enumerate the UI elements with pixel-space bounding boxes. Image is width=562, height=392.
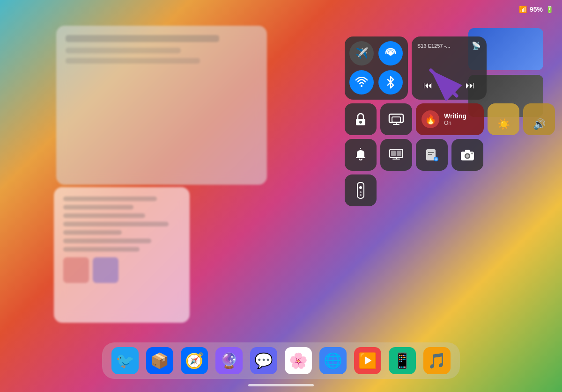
apple-tv-remote-button[interactable] [345, 174, 377, 206]
dock-icon-twitter[interactable]: 🐦 [111, 347, 139, 374]
volume-slider[interactable]: 🔊 [523, 103, 555, 135]
dock-icon-dropbox[interactable]: 📦 [146, 347, 173, 374]
screen-lock-icon [354, 112, 367, 126]
app-switcher-card-1[interactable] [56, 26, 267, 185]
dock-icon-app3[interactable]: 🌐 [319, 347, 347, 374]
cc-row-3 [345, 139, 555, 171]
camera-icon [460, 149, 474, 161]
screen-mirror-icon [388, 113, 404, 125]
screen-mirror-button[interactable] [380, 103, 412, 135]
cc-row-4 [345, 174, 555, 206]
hotspot-button[interactable] [378, 41, 403, 65]
now-playing-title: S13 E1257 -... [417, 43, 450, 49]
camera-button[interactable] [451, 139, 483, 171]
notification-icon [355, 148, 367, 162]
app-switcher-card-2[interactable] [54, 187, 190, 323]
volume-icon: 🔊 [533, 118, 546, 131]
note-add-button[interactable] [416, 139, 448, 171]
dock-icon-app6[interactable]: 🎵 [423, 347, 451, 374]
annotation-arrow [422, 61, 464, 105]
purple-arrow-svg [422, 61, 464, 103]
remote-icon [356, 182, 365, 199]
svg-point-24 [466, 154, 469, 158]
svg-rect-13 [397, 151, 401, 156]
svg-rect-7 [392, 117, 400, 122]
svg-rect-10 [356, 157, 365, 158]
svg-rect-12 [391, 151, 396, 156]
battery-status: 95% [530, 6, 543, 13]
writing-tools-button[interactable]: 🔥 Writing On [416, 103, 484, 135]
battery-icon: 🔋 [546, 6, 554, 13]
dock-icon-photos[interactable]: 🌸 [285, 347, 312, 374]
dock-icon-app4[interactable]: ▶️ [354, 347, 381, 374]
writing-tools-sublabel: On [444, 120, 466, 126]
home-indicator [248, 384, 314, 386]
connectivity-block: ✈️ [345, 36, 408, 100]
dock-icon-safari[interactable]: 🧭 [181, 347, 208, 374]
writing-tools-text: Writing On [444, 112, 466, 127]
wifi-button[interactable] [349, 70, 374, 94]
svg-point-31 [360, 194, 362, 196]
bluetooth-button[interactable] [378, 70, 403, 94]
now-playing-title-row: S13 E1257 -... 📡 [417, 41, 481, 50]
svg-point-3 [361, 85, 362, 87]
screen-lock-button[interactable] [345, 103, 377, 135]
dock-icon-app1[interactable]: 🔮 [215, 347, 243, 374]
svg-line-1 [431, 70, 457, 96]
status-bar: 📶 95% 🔋 [519, 6, 554, 13]
writing-tools-label: Writing [444, 112, 466, 120]
svg-point-2 [388, 51, 393, 56]
brightness-slider[interactable]: ☀️ [488, 103, 519, 135]
dock-icon-app5[interactable]: 📱 [389, 347, 416, 374]
wifi-status-icon: 📶 [519, 6, 527, 13]
airplane-mode-button[interactable]: ✈️ [349, 41, 374, 65]
wifi-icon [355, 77, 368, 87]
svg-point-28 [359, 186, 362, 189]
forward-button[interactable]: ⏭ [466, 80, 475, 91]
writing-tools-icon: 🔥 [422, 110, 439, 128]
note-add-icon [425, 148, 438, 161]
svg-rect-6 [389, 114, 403, 123]
svg-rect-25 [465, 150, 470, 152]
cc-row-2: 🔥 Writing On ☀️ 🔊 [345, 103, 555, 135]
dock-icon-app2[interactable]: 💬 [250, 347, 277, 374]
bluetooth-icon [386, 76, 395, 89]
task-manager-button[interactable] [380, 139, 412, 171]
svg-point-30 [360, 191, 362, 193]
notification-button[interactable] [345, 139, 377, 171]
brightness-icon: ☀️ [497, 118, 510, 131]
hotspot-icon [384, 47, 397, 60]
task-manager-icon [389, 149, 403, 161]
dock: 🐦 📦 🧭 🔮 💬 🌸 🌐 ▶️ 📱 🎵 [102, 342, 460, 379]
airplay-icon[interactable]: 📡 [472, 41, 481, 50]
svg-point-26 [471, 152, 473, 154]
